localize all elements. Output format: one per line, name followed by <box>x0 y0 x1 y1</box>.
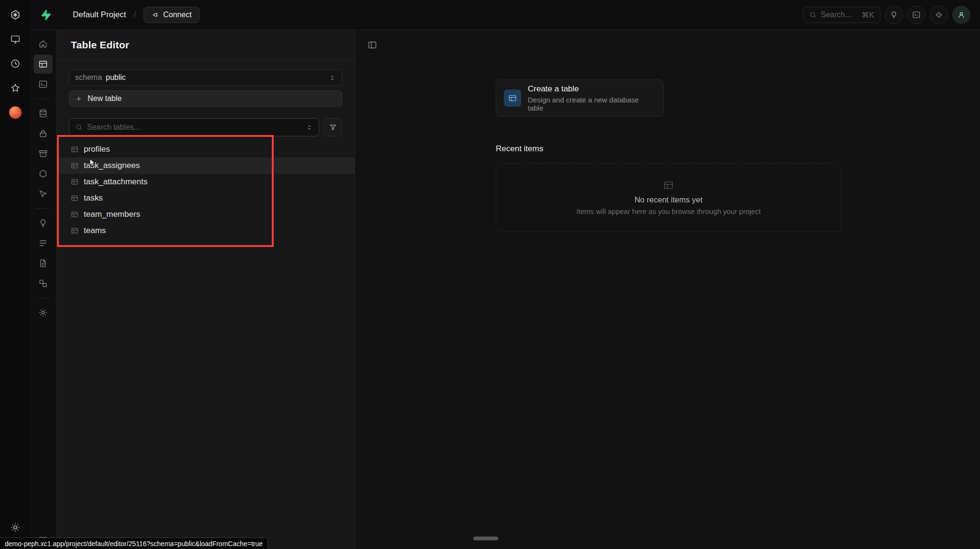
status-url: demo-peph.xc1.app/project/default/editor… <box>0 538 268 549</box>
search-tables-input[interactable] <box>87 123 301 132</box>
nav-divider <box>36 208 50 209</box>
table-row[interactable]: teams <box>56 223 355 239</box>
supabase-bolt-icon <box>39 9 52 21</box>
screen-share-icon <box>10 34 21 45</box>
nav-rail <box>30 30 56 549</box>
table-row[interactable]: profiles <box>56 141 355 157</box>
project-settings-gear-icon <box>38 308 48 317</box>
new-table-label: New table <box>88 94 122 103</box>
nav-sql-editor[interactable] <box>33 75 53 94</box>
table-row[interactable]: team_members <box>56 206 355 223</box>
nav-project-settings[interactable] <box>33 303 53 322</box>
nav-advisors[interactable] <box>33 213 53 233</box>
collapse-panel-button[interactable] <box>368 40 377 50</box>
create-table-card[interactable]: Create a table Design and create a new d… <box>496 79 664 117</box>
recent-items-heading: Recent items <box>496 144 841 154</box>
sort-chevrons-icon[interactable] <box>306 124 313 131</box>
screen-share-button[interactable] <box>8 32 22 46</box>
panel-left-icon <box>368 40 377 50</box>
auth-lock-icon <box>38 129 48 138</box>
table-name: teams <box>84 226 106 235</box>
empty-state-subtitle: Items will appear here as you browse thr… <box>576 207 760 215</box>
org-avatar[interactable] <box>8 105 22 120</box>
command-button[interactable] <box>930 6 948 24</box>
panel-body: schema public New table <box>56 60 355 239</box>
page-title: Table Editor <box>71 39 129 51</box>
table-name: task_attachments <box>84 177 147 187</box>
table-icon <box>71 227 78 235</box>
user-icon <box>957 11 966 19</box>
filter-button[interactable] <box>324 118 342 136</box>
new-table-button[interactable]: New table <box>69 90 342 107</box>
plug-icon <box>151 11 159 19</box>
table-name: task_assignees <box>84 161 140 170</box>
realtime-cursor-icon <box>38 189 48 199</box>
breadcrumb-project[interactable]: Default Project <box>73 10 126 20</box>
main-content: Create a table Design and create a new d… <box>355 30 980 549</box>
breadcrumb-separator: / <box>134 11 136 19</box>
nav-auth[interactable] <box>33 124 53 143</box>
nav-divider <box>36 99 50 99</box>
nav-home[interactable] <box>33 34 53 54</box>
sql-editor-icon <box>38 79 48 89</box>
nav-divider <box>36 298 50 298</box>
logs-list-icon <box>38 238 48 248</box>
table-row[interactable]: task_attachments <box>56 174 355 190</box>
command-diamond-icon <box>935 11 943 19</box>
create-table-subtitle: Design and create a new database table <box>528 96 656 112</box>
nav-logs[interactable] <box>33 234 53 253</box>
nav-integrations[interactable] <box>33 274 53 293</box>
table-row[interactable]: task_assignees <box>56 157 355 174</box>
table-icon <box>71 146 78 153</box>
table-editor-icon <box>38 59 48 69</box>
org-avatar-icon <box>9 106 22 119</box>
topbar-left: Default Project / Connect <box>39 7 200 23</box>
nav-api-docs[interactable] <box>33 254 53 273</box>
table-icon <box>71 194 78 202</box>
nav-database[interactable] <box>33 104 53 123</box>
history-clock-icon <box>10 58 21 69</box>
search-icon <box>75 123 83 131</box>
table-icon <box>508 94 517 102</box>
terminal-button[interactable] <box>907 6 925 24</box>
nav-realtime[interactable] <box>33 184 53 203</box>
home-icon <box>38 39 48 49</box>
integrations-blocks-icon <box>38 279 48 288</box>
favorites-star-icon <box>10 83 21 93</box>
nav-edge-functions[interactable] <box>33 164 53 183</box>
create-table-chip <box>504 90 521 107</box>
storage-archive-icon <box>38 149 48 158</box>
table-editor-panel: Table Editor schema public New table <box>56 30 355 549</box>
table-row[interactable]: tasks <box>56 190 355 206</box>
nav-storage[interactable] <box>33 144 53 163</box>
supabase-logo[interactable] <box>39 9 52 21</box>
outer-settings-button[interactable] <box>8 520 22 535</box>
main-inner: Create a table Design and create a new d… <box>496 79 841 232</box>
table-search-field[interactable] <box>69 118 319 136</box>
table-icon <box>663 180 674 190</box>
horizontal-scrollbar-thumb[interactable] <box>473 537 498 540</box>
history-button[interactable] <box>8 56 22 71</box>
favorites-button[interactable] <box>8 81 22 95</box>
nav-table-editor[interactable] <box>33 55 53 74</box>
table-list: profiles task_assignees task_attachments… <box>56 141 355 239</box>
global-search-placeholder: Search... <box>821 11 858 19</box>
connect-label: Connect <box>163 11 192 19</box>
chevron-up-down-icon <box>329 74 336 81</box>
panel-header: Table Editor <box>56 30 355 60</box>
global-search-button[interactable]: Search... ⌘K <box>803 7 880 23</box>
schema-select[interactable]: schema public <box>69 69 342 86</box>
empty-state-title: No recent items yet <box>635 195 702 204</box>
table-name: profiles <box>84 145 110 154</box>
api-docs-file-icon <box>38 258 48 268</box>
topbar: Default Project / Connect Search... ⌘K <box>30 0 980 30</box>
table-icon <box>71 178 78 186</box>
advisors-lightbulb-icon <box>38 218 48 228</box>
table-icon <box>71 211 78 218</box>
openai-logo[interactable] <box>8 8 22 22</box>
outer-sidebar <box>0 0 30 549</box>
search-row <box>69 118 342 136</box>
connect-button[interactable]: Connect <box>144 7 200 23</box>
help-button[interactable] <box>885 6 903 24</box>
user-avatar[interactable] <box>952 6 970 24</box>
